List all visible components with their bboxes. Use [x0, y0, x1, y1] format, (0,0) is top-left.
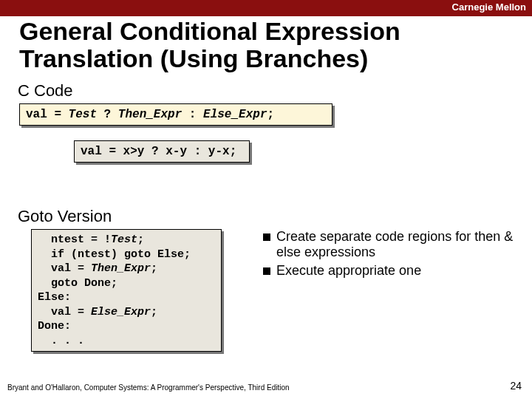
code-text: : [182, 108, 203, 121]
slide: Carnegie Mellon General Conditional Expr… [0, 0, 532, 399]
code-generic: val = Test ? Then_Expr : Else_Expr; [19, 103, 332, 126]
page-number: 24 [510, 380, 522, 392]
code-goto: ntest = !Test; if (ntest) goto Else; val… [31, 229, 222, 352]
bullet-list: Create separate code regions for then & … [263, 229, 517, 282]
code-example: val = x>y ? x-y : y-x; [74, 140, 250, 163]
goto-l6: val = Else_Expr; [38, 306, 157, 318]
goto-l8: . . . [38, 335, 84, 347]
code-text: ? [97, 108, 118, 121]
goto-l5: Else: [38, 291, 71, 304]
code-test: Test [111, 233, 137, 246]
code-text: val = [38, 262, 91, 275]
university-label: Carnegie Mellon [452, 1, 526, 13]
code-then: Then_Expr [91, 262, 151, 275]
code-else: Else_Expr [91, 306, 151, 318]
goto-l7: Done: [38, 320, 71, 332]
code-text: val = [26, 108, 69, 121]
bullet-item: Create separate code regions for then & … [263, 229, 517, 260]
goto-l3: val = Then_Expr; [38, 262, 157, 275]
code-else: Else_Expr [203, 108, 267, 121]
code-then: Then_Expr [118, 108, 182, 121]
goto-l1: ntest = !Test; [38, 233, 144, 246]
code-text: ; [151, 306, 157, 318]
section-c-code: C Code [18, 81, 73, 100]
goto-l4: goto Done; [38, 277, 117, 290]
goto-l2: if (ntest) goto Else; [38, 248, 191, 261]
code-text: val = [38, 306, 91, 318]
bullet-text: Execute appropriate one [276, 263, 517, 279]
code-test: Test [69, 108, 97, 121]
code-text: ; [151, 262, 157, 275]
footer-attribution: Bryant and O'Hallaron, Computer Systems:… [7, 383, 290, 392]
code-text: ntest = ! [38, 233, 111, 246]
code-text: ; [137, 233, 144, 246]
code-text: ; [267, 108, 274, 121]
bullet-text: Create separate code regions for then & … [276, 229, 517, 260]
section-goto: Goto Version [18, 207, 112, 226]
bullet-item: Execute appropriate one [263, 263, 517, 279]
slide-title: General Conditional Expression Translati… [19, 18, 517, 73]
bullet-square-icon [263, 233, 270, 241]
bullet-square-icon [263, 267, 270, 275]
